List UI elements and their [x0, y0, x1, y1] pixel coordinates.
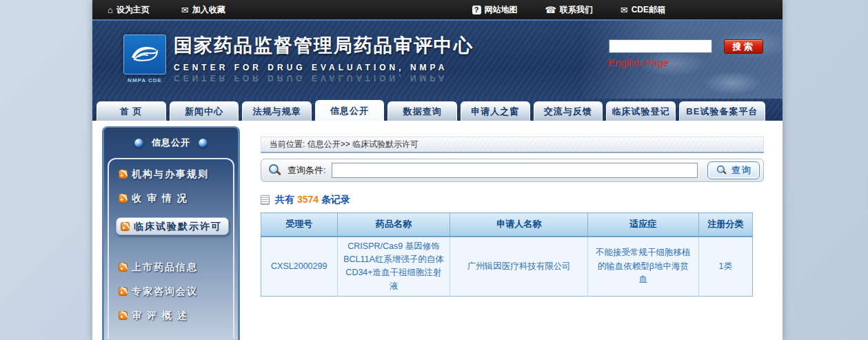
tab-communication[interactable]: 交流与反馈 — [534, 101, 603, 121]
phone-icon: ☎ — [545, 6, 556, 14]
magnifier-icon — [716, 165, 727, 176]
glossy-sphere-icon — [134, 139, 143, 148]
cde-mailbox-label: CDE邮箱 — [632, 4, 665, 16]
rss-icon — [119, 263, 128, 272]
tab-applicant-window[interactable]: 申请人之窗 — [461, 101, 530, 121]
home-icon: ⌂ — [108, 6, 113, 14]
cde-logo-icon — [123, 34, 166, 74]
tab-be-trial-platform[interactable]: BE试验备案平台 — [679, 101, 765, 121]
col-applicant-name: 申请人名称 — [450, 213, 588, 237]
cde-logo[interactable]: NMPA CDE — [123, 34, 167, 83]
header-search-button[interactable]: 搜索 — [724, 39, 763, 54]
col-indication: 适应症 — [588, 213, 698, 237]
count-suffix: 条记录 — [321, 194, 350, 205]
top-utility-bar: ⌂ 设为主页 ✉ 加入收藏 ? 网站地图 ☎ 联系我们 ✉ CDE邮箱 — [92, 0, 783, 21]
breadcrumb: 当前位置: 信息公开>> 临床试验默示许可 — [261, 137, 764, 153]
rss-icon — [119, 311, 128, 320]
count-prefix: 共有 — [275, 194, 294, 205]
cell-acceptance-number: CXSL2000299 — [261, 237, 338, 297]
rss-icon — [121, 222, 130, 231]
query-condition-bar: 查询条件: 查询 — [261, 159, 764, 182]
cell-indication: 不能接受常规干细胞移植的输血依赖型β地中海贫血 — [588, 237, 698, 297]
sitemap-label: 网站地图 — [485, 4, 518, 16]
cell-applicant-name: 广州辑因医疗科技有限公司 — [450, 237, 588, 297]
cell-registration-class: 1类 — [698, 237, 752, 297]
sitemap-link[interactable]: ? 网站地图 — [472, 4, 518, 16]
main-panel: 当前位置: 信息公开>> 临床试验默示许可 查询条件: 查询 共有 3574 条… — [261, 137, 764, 297]
query-condition-input[interactable] — [332, 163, 698, 178]
sidebar-item-acceptance-review[interactable]: 收 审 情 况 — [119, 193, 233, 203]
main-navigation: 首 页 新闻中心 法规与规章 信息公开 数据查询 申请人之窗 交流与反馈 临床试… — [92, 99, 783, 121]
mail-icon: ✉ — [620, 6, 628, 14]
site-header: NMPA CDE 国家药品监督管理局药品审评中心 CENTER FOR DRUG… — [92, 21, 783, 99]
table-header-row: 受理号 药品名称 申请人名称 适应症 注册分类 — [261, 213, 753, 237]
sidebar-title-bar: 信息公开 — [104, 128, 238, 158]
glossy-sphere-icon — [199, 139, 208, 148]
header-search-input[interactable] — [609, 39, 712, 53]
sidebar-menu-panel: 机构与办事规则 收 审 情 况 临床试验默示许可 上市药品信息 专家咨询会议 — [108, 158, 234, 339]
topbar-left-links: ⌂ 设为主页 ✉ 加入收藏 — [108, 4, 225, 16]
col-registration-class: 注册分类 — [698, 213, 752, 237]
rss-icon — [119, 194, 128, 203]
topbar-right-links: ? 网站地图 ☎ 联系我们 ✉ CDE邮箱 — [472, 4, 665, 16]
query-condition-label: 查询条件: — [287, 164, 326, 177]
results-table: 受理号 药品名称 申请人名称 适应症 注册分类 CXSL2000299 CRIS… — [261, 212, 753, 297]
set-homepage-link[interactable]: ⌂ 设为主页 — [108, 4, 150, 16]
col-drug-name: 药品名称 — [337, 213, 450, 237]
set-homepage-label: 设为主页 — [117, 4, 150, 16]
contact-us-link[interactable]: ☎ 联系我们 — [545, 4, 593, 16]
sidebar-item-marketed-drug-info[interactable]: 上市药品信息 — [119, 262, 233, 272]
table-row[interactable]: CXSL2000299 CRISPR/Cas9 基因修饰BCL11A红系增强子的… — [261, 237, 753, 297]
rss-icon — [119, 287, 128, 296]
cell-drug-name: CRISPR/Cas9 基因修饰BCL11A红系增强子的自体CD34+造血干祖细… — [337, 237, 450, 297]
english-page-link[interactable]: English Page — [608, 57, 669, 68]
query-button-label: 查询 — [731, 164, 752, 177]
count-number: 3574 — [297, 194, 319, 205]
record-count-row: 共有 3574 条记录 — [261, 194, 764, 206]
site-title-block: 国家药品监督管理局药品审评中心 CENTER FOR DRUG EVALUATI… — [174, 33, 474, 83]
rss-icon — [119, 170, 128, 179]
tab-regulations[interactable]: 法规与规章 — [242, 101, 312, 121]
tab-clinical-trial-registry[interactable]: 临床试验登记 — [606, 101, 676, 121]
site-title-chinese: 国家药品监督管理局药品审评中心 — [174, 33, 474, 58]
add-favorite-link[interactable]: ✉ 加入收藏 — [181, 4, 225, 16]
contact-us-label: 联系我们 — [560, 4, 593, 16]
query-button[interactable]: 查询 — [707, 161, 760, 179]
question-icon: ? — [472, 6, 481, 14]
add-favorite-label: 加入收藏 — [192, 4, 225, 16]
site-title-english: CENTER FOR DRUG EVALUATION, NMPA — [174, 63, 474, 72]
sidebar-item-org-rules[interactable]: 机构与办事规则 — [119, 169, 233, 179]
tab-news[interactable]: 新闻中心 — [170, 101, 239, 121]
list-icon — [261, 195, 270, 205]
site-title-english-reflection: CENTER FOR DRUG EVALUATION, NMPA — [174, 73, 474, 83]
content-area: 信息公开 机构与办事规则 收 审 情 况 临床试验默示许可 — [92, 121, 783, 340]
logo-caption: NMPA CDE — [123, 77, 167, 83]
mail-icon: ✉ — [181, 6, 189, 14]
cde-mailbox-link[interactable]: ✉ CDE邮箱 — [620, 4, 665, 16]
swoosh-eye-glyph — [129, 42, 161, 67]
tab-home[interactable]: 首 页 — [97, 101, 166, 121]
sidebar-item-review-overview[interactable]: 审 评 概 述 — [119, 310, 233, 320]
sidebar-information-disclosure: 信息公开 机构与办事规则 收 审 情 况 临床试验默示许可 — [102, 126, 240, 340]
magnifier-icon — [268, 163, 282, 177]
sidebar-item-clinical-trial-implied-license[interactable]: 临床试验默示许可 — [116, 217, 229, 235]
tab-data-query[interactable]: 数据查询 — [387, 101, 457, 121]
cde-page: ⌂ 设为主页 ✉ 加入收藏 ? 网站地图 ☎ 联系我们 ✉ CDE邮箱 — [92, 0, 783, 340]
sidebar-title: 信息公开 — [152, 137, 190, 149]
tab-information-disclosure[interactable]: 信息公开 — [315, 100, 385, 121]
col-acceptance-number: 受理号 — [261, 213, 338, 237]
sidebar-item-expert-advisory-meeting[interactable]: 专家咨询会议 — [119, 286, 233, 296]
